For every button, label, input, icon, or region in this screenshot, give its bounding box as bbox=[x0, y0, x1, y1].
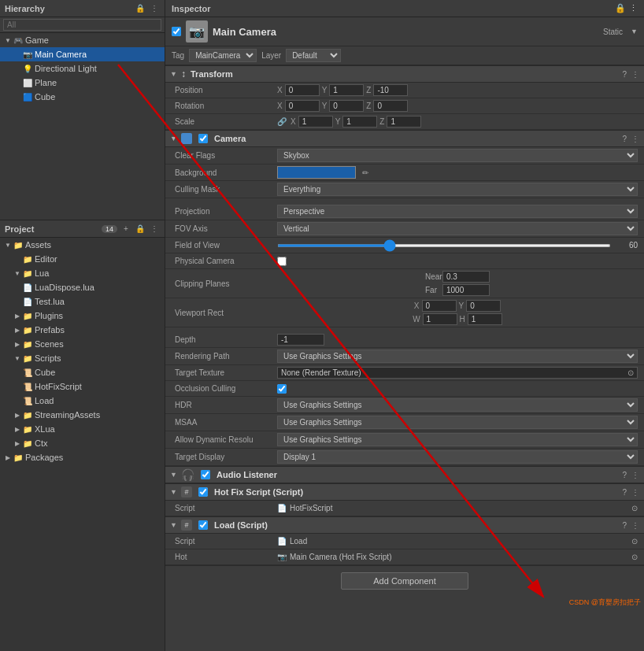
hierarchy-item-game[interactable]: ▼ 🎮 Game bbox=[0, 33, 165, 47]
target-display-select[interactable]: Display 1 bbox=[277, 450, 638, 464]
hotfix-help-icon[interactable]: ? bbox=[622, 488, 627, 497]
camera-section-header[interactable]: ▼ Camera ? ⋮ bbox=[165, 130, 644, 147]
project-item-cube-script[interactable]: 📜 Cube bbox=[0, 365, 165, 379]
fov-row: Field of View 60 bbox=[165, 238, 644, 253]
camera-enabled-checkbox[interactable] bbox=[198, 134, 208, 143]
scale-y[interactable] bbox=[342, 116, 377, 128]
background-pencil-icon[interactable]: ✏ bbox=[362, 168, 368, 177]
clipping-near-input[interactable] bbox=[442, 271, 490, 283]
rotation-y[interactable] bbox=[329, 100, 364, 112]
project-item-hotfix[interactable]: 📜 HotFixScript bbox=[0, 379, 165, 394]
hierarchy-item-dir-light[interactable]: 💡 Directional Light bbox=[0, 61, 165, 76]
inspector-menu-icon[interactable]: ⋮ bbox=[629, 3, 638, 13]
project-item-packages[interactable]: ▶ 📁 Packages bbox=[0, 450, 165, 464]
allow-dynamic-select[interactable]: Use Graphics Settings bbox=[277, 433, 638, 446]
viewport-w[interactable] bbox=[423, 313, 457, 325]
projection-select[interactable]: Perspective bbox=[277, 205, 638, 218]
viewport-h[interactable] bbox=[468, 313, 502, 325]
hotfix-script-circle-icon[interactable]: ⊙ bbox=[631, 504, 638, 512]
audio-help-icon[interactable]: ? bbox=[622, 471, 627, 479]
hotfix-settings-icon[interactable]: ⋮ bbox=[631, 488, 639, 497]
viewport-x[interactable] bbox=[422, 300, 457, 312]
audio-settings-icon[interactable]: ⋮ bbox=[631, 471, 639, 479]
tag-select[interactable]: MainCamera bbox=[189, 49, 257, 62]
audio-listener-section-header[interactable]: ▼ 🎧 Audio Listener ? ⋮ bbox=[165, 466, 644, 483]
hdr-select[interactable]: Use Graphics Settings bbox=[277, 398, 638, 412]
clear-flags-select[interactable]: Skybox bbox=[277, 149, 638, 162]
object-active-checkbox[interactable] bbox=[172, 27, 181, 36]
hotfix-enabled-checkbox[interactable] bbox=[198, 487, 208, 497]
project-item-prefabs[interactable]: ▶ 📁 Prefabs bbox=[0, 323, 165, 337]
rendering-path-select[interactable]: Use Graphics Settings bbox=[277, 350, 638, 363]
position-x[interactable] bbox=[285, 84, 320, 96]
hierarchy-item-main-camera[interactable]: 📷 Main Camera bbox=[0, 47, 165, 61]
load-enabled-checkbox[interactable] bbox=[198, 520, 208, 530]
load-script-circle-icon[interactable]: ⊙ bbox=[631, 537, 638, 546]
hierarchy-item-cube[interactable]: 🟦 Cube bbox=[0, 90, 165, 104]
hierarchy-search-input[interactable] bbox=[3, 19, 161, 31]
hot-ref: 📷 Main Camera (Hot Fix Script) ⊙ bbox=[277, 553, 638, 561]
project-item-lua[interactable]: ▼ 📁 Lua bbox=[0, 266, 165, 280]
load-section-header[interactable]: ▼ # Load (Script) ? ⋮ bbox=[165, 516, 644, 534]
position-z[interactable] bbox=[373, 84, 408, 96]
layer-label: Layer bbox=[261, 51, 281, 60]
hotfix-section-header[interactable]: ▼ # Hot Fix Script (Script) ? ⋮ bbox=[165, 483, 644, 501]
project-lock-icon[interactable]: 🔒 bbox=[135, 224, 146, 235]
position-y[interactable] bbox=[329, 84, 364, 96]
project-add-icon[interactable]: + bbox=[120, 224, 131, 235]
scale-z[interactable] bbox=[387, 116, 421, 128]
layer-select[interactable]: Default bbox=[286, 49, 341, 62]
depth-input[interactable] bbox=[277, 334, 324, 346]
static-dropdown-icon[interactable]: ▼ bbox=[631, 28, 638, 35]
audio-enabled-checkbox[interactable] bbox=[201, 470, 210, 479]
rx-label: X bbox=[277, 102, 283, 110]
inspector-lock-icon[interactable]: 🔒 bbox=[615, 3, 626, 13]
msaa-select[interactable]: Use Graphics Settings bbox=[277, 416, 638, 429]
project-item-testlua[interactable]: 📄 Test.lua bbox=[0, 294, 165, 309]
project-item-editor[interactable]: 📁 Editor bbox=[0, 252, 165, 266]
fov-axis-select[interactable]: Vertical bbox=[277, 222, 638, 235]
transform-help-icon[interactable]: ? bbox=[622, 70, 627, 79]
load-settings-icon[interactable]: ⋮ bbox=[631, 521, 639, 530]
culling-mask-label: Culling Mask bbox=[175, 185, 277, 194]
project-item-ctx[interactable]: ▶ 📁 Ctx bbox=[0, 436, 165, 450]
rotation-x[interactable] bbox=[285, 100, 320, 112]
game-arrow: ▼ bbox=[3, 35, 13, 45]
fov-slider[interactable] bbox=[277, 244, 611, 247]
viewport-y[interactable] bbox=[466, 300, 501, 312]
clipping-far-input[interactable] bbox=[442, 284, 490, 296]
project-menu-icon[interactable]: ⋮ bbox=[149, 224, 160, 235]
transform-section-header[interactable]: ▼ ↕ Transform ? ⋮ bbox=[165, 65, 644, 83]
hierarchy-menu-icon[interactable]: ⋮ bbox=[149, 3, 160, 14]
project-item-xlua[interactable]: ▶ 📁 XLua bbox=[0, 422, 165, 436]
hot-script-circle-icon[interactable]: ⊙ bbox=[631, 553, 638, 561]
add-component-button[interactable]: Add Component bbox=[341, 572, 468, 590]
rotation-z[interactable] bbox=[373, 100, 408, 112]
camera-help-icon[interactable]: ? bbox=[622, 135, 627, 143]
scale-x[interactable] bbox=[298, 116, 333, 128]
project-item-plugins[interactable]: ▶ 📁 Plugins bbox=[0, 309, 165, 323]
hierarchy-item-plane[interactable]: ⬜ Plane bbox=[0, 76, 165, 90]
project-item-load[interactable]: 📜 Load bbox=[0, 394, 165, 408]
hotfix-script-ref: 📄 HotFixScript ⊙ bbox=[277, 504, 638, 512]
background-color-picker[interactable] bbox=[277, 166, 356, 179]
physical-camera-checkbox[interactable] bbox=[277, 257, 287, 266]
scale-lock-icon[interactable]: 🔗 bbox=[277, 117, 287, 126]
hierarchy-lock-icon[interactable]: 🔒 bbox=[135, 3, 146, 14]
transform-settings-icon[interactable]: ⋮ bbox=[631, 70, 639, 79]
project-item-streaming[interactable]: ▶ 📁 StreamingAssets bbox=[0, 408, 165, 422]
hotfix-script-row: Script 📄 HotFixScript ⊙ bbox=[165, 501, 644, 516]
hotfix-title: Hot Fix Script (Script) bbox=[214, 487, 303, 497]
project-item-scenes[interactable]: ▶ 📁 Scenes bbox=[0, 337, 165, 351]
target-texture-circle-icon[interactable]: ⊙ bbox=[627, 368, 634, 377]
occlusion-culling-checkbox[interactable] bbox=[277, 384, 287, 394]
culling-mask-select[interactable]: Everything bbox=[277, 183, 638, 196]
project-item-scripts[interactable]: ▼ 📁 Scripts bbox=[0, 351, 165, 365]
project-item-luadispose[interactable]: 📄 LuaDispose.lua bbox=[0, 280, 165, 294]
load-script-file-icon: 📄 bbox=[277, 537, 287, 546]
fov-axis-label: FOV Axis bbox=[175, 224, 277, 233]
load-help-icon[interactable]: ? bbox=[622, 521, 627, 530]
camera-settings-icon[interactable]: ⋮ bbox=[631, 135, 639, 143]
clipping-label: Clipping Planes bbox=[175, 279, 277, 288]
project-item-assets[interactable]: ▼ 📁 Assets bbox=[0, 238, 165, 252]
